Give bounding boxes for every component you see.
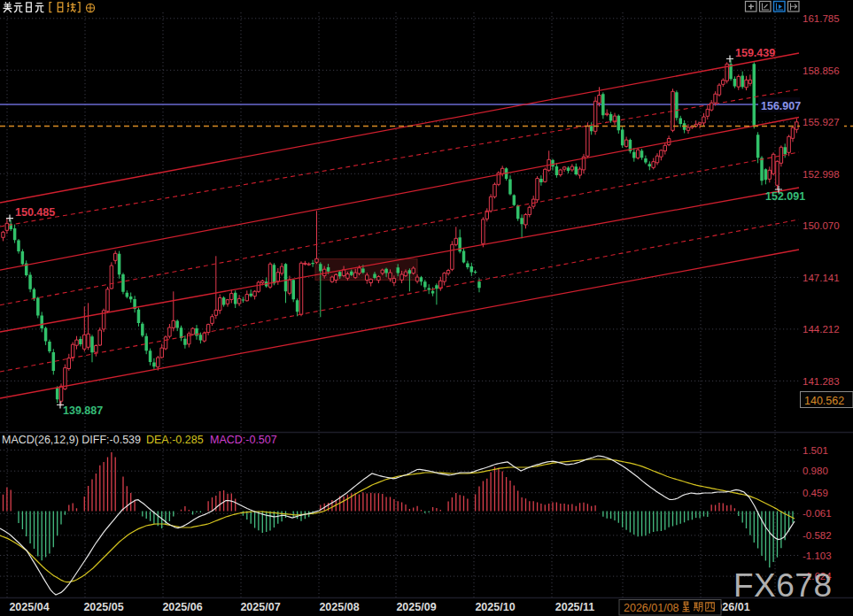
svg-text:MACD:-0.507: MACD:-0.507 bbox=[210, 434, 277, 446]
svg-text:2025/10: 2025/10 bbox=[475, 601, 515, 613]
svg-text:0.980: 0.980 bbox=[803, 466, 828, 476]
svg-text:2025/08: 2025/08 bbox=[319, 601, 359, 613]
svg-text:DEA:-0.285: DEA:-0.285 bbox=[146, 434, 204, 446]
svg-text:152.091: 152.091 bbox=[765, 190, 805, 203]
svg-text:159.439: 159.439 bbox=[735, 47, 775, 59]
svg-text:MACD(26,12,9) DIFF:-0.539: MACD(26,12,9) DIFF:-0.539 bbox=[2, 434, 141, 446]
svg-text:2025/06: 2025/06 bbox=[162, 601, 202, 613]
svg-text:140.562: 140.562 bbox=[804, 395, 844, 407]
svg-text:FX678: FX678 bbox=[733, 567, 833, 604]
svg-text:-0.582: -0.582 bbox=[803, 530, 832, 541]
svg-text:-1.103: -1.103 bbox=[803, 551, 832, 561]
svg-text:144.212: 144.212 bbox=[803, 324, 840, 335]
svg-text:-0.061: -0.061 bbox=[803, 508, 832, 519]
svg-text:155.927: 155.927 bbox=[803, 117, 840, 127]
svg-text:2025/09: 2025/09 bbox=[396, 601, 436, 613]
svg-text:152.998: 152.998 bbox=[803, 169, 840, 180]
svg-text:150.070: 150.070 bbox=[803, 220, 840, 231]
svg-text:139.887: 139.887 bbox=[63, 404, 103, 417]
svg-text:2025/05: 2025/05 bbox=[83, 601, 123, 613]
svg-text:147.141: 147.141 bbox=[803, 273, 840, 283]
svg-text:2026/01/08: 2026/01/08 bbox=[624, 602, 679, 614]
svg-text:150.485: 150.485 bbox=[15, 206, 55, 219]
svg-text:156.907: 156.907 bbox=[761, 100, 801, 112]
svg-text:2025/07: 2025/07 bbox=[240, 601, 280, 613]
svg-text:1.501: 1.501 bbox=[803, 445, 828, 456]
svg-text:158.856: 158.856 bbox=[803, 65, 840, 76]
svg-text:141.283: 141.283 bbox=[803, 376, 840, 387]
svg-text:0.459: 0.459 bbox=[803, 488, 828, 498]
svg-text:2025/04: 2025/04 bbox=[9, 601, 49, 613]
svg-text:161.785: 161.785 bbox=[803, 13, 840, 24]
svg-text:2025/11: 2025/11 bbox=[555, 601, 595, 613]
